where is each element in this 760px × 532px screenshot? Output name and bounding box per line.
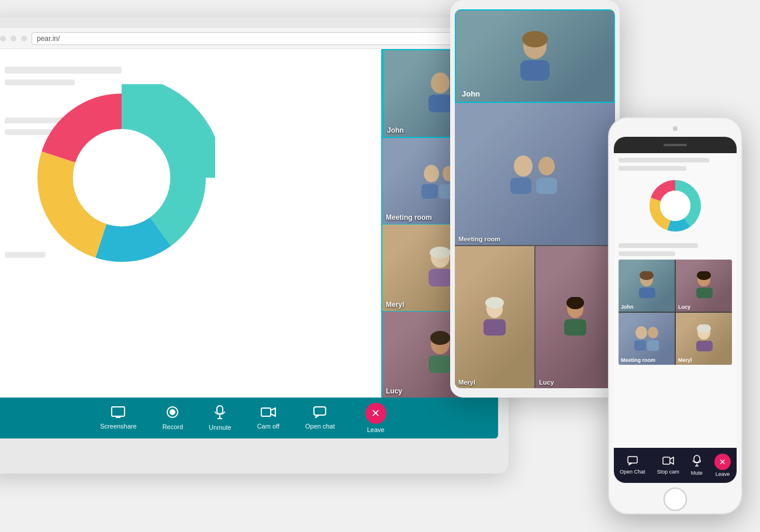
leave-icon: ✕	[365, 403, 386, 424]
phone-cell-lucy: Lucy	[676, 260, 732, 312]
svg-rect-59	[663, 457, 670, 464]
phone-openchat-button[interactable]: Open Chat	[620, 456, 645, 475]
svg-point-51	[635, 326, 647, 339]
laptop-screen: pear.in/ 🔒	[0, 28, 498, 438]
browser-dot-2	[11, 36, 16, 42]
placeholder-bar-1	[5, 67, 122, 74]
phone-donut	[646, 177, 704, 237]
phone-cell-john: John	[619, 260, 675, 312]
leave-button[interactable]: ✕ Leave	[348, 403, 404, 433]
thumb-label-meeting: Meeting room	[386, 213, 432, 222]
leave-label: Leave	[367, 426, 385, 433]
svg-rect-13	[429, 269, 452, 286]
browser-dot-3	[21, 36, 27, 42]
openchat-icon	[313, 406, 326, 420]
camoff-button[interactable]: Cam off	[244, 406, 292, 430]
svg-rect-60	[694, 455, 700, 462]
mic-svg	[215, 405, 225, 419]
phone-stopcam-button[interactable]: Stop cam	[657, 456, 679, 475]
camoff-label: Cam off	[257, 423, 279, 430]
phone-leave-button[interactable]: ✕ Leave	[714, 454, 731, 477]
openchat-label: Open chat	[305, 423, 335, 430]
tablet-face-john	[514, 30, 555, 82]
laptop-content: John Meeting room	[0, 49, 498, 398]
svg-point-52	[648, 327, 658, 338]
browser-dot-1	[0, 36, 6, 42]
svg-rect-9	[422, 184, 438, 199]
phone-mute-label: Mute	[691, 470, 703, 476]
phone-home-button[interactable]	[664, 488, 687, 511]
phone-stopcam-label: Stop cam	[657, 469, 679, 475]
tablet-cell-meeting: Meeting room	[455, 103, 615, 245]
svg-point-15	[430, 331, 450, 345]
phone-placeholder-2	[619, 166, 686, 171]
thumb-label-john: John	[387, 126, 404, 134]
screen-svg	[111, 406, 125, 418]
svg-rect-16	[429, 355, 452, 373]
phone-mute-button[interactable]: Mute	[691, 455, 703, 476]
phone-openchat-label: Open Chat	[620, 469, 645, 475]
camoff-icon	[261, 406, 276, 420]
svg-rect-39	[564, 319, 586, 336]
svg-point-35	[485, 297, 504, 309]
phone-status-bar	[614, 137, 737, 153]
phone-camera	[673, 126, 678, 131]
browser-bar: pear.in/ 🔒	[0, 28, 498, 49]
tablet-screen: John Meeting room Meryl	[455, 9, 615, 388]
tablet-label-meeting: Meeting room	[458, 236, 500, 243]
phone-leave-icon: ✕	[714, 454, 731, 470]
phone-label-john: John	[621, 304, 634, 310]
phone-cell-meeting: Meeting room	[619, 313, 675, 365]
phone-mic-svg	[693, 455, 701, 467]
url-text: pear.in/	[37, 34, 60, 43]
svg-rect-6	[429, 95, 452, 112]
screenshare-icon	[111, 406, 125, 420]
phone-cam-svg	[662, 456, 674, 465]
svg-rect-36	[483, 319, 506, 336]
browser-url-bar[interactable]: pear.in/ 🔒	[32, 32, 491, 45]
svg-rect-57	[696, 341, 713, 351]
phone-signal	[664, 144, 687, 146]
svg-point-28	[522, 31, 548, 47]
phone-label-lucy: Lucy	[678, 304, 690, 310]
svg-point-21	[170, 409, 175, 415]
phone-donut-svg	[646, 177, 704, 235]
svg-point-31	[538, 157, 555, 175]
record-button[interactable]: Record	[150, 406, 196, 430]
phone-face-meeting	[632, 324, 661, 354]
tablet-main-video: John	[455, 9, 615, 103]
phone-placeholder-3	[619, 243, 698, 248]
phone-main-content: John Lucy	[614, 153, 737, 448]
svg-point-38	[566, 297, 584, 309]
screenshare-label: Screenshare	[100, 423, 136, 430]
phone-placeholder-1	[619, 158, 709, 163]
tablet-device: John Meeting room Meryl	[450, 0, 620, 398]
openchat-button[interactable]: Open chat	[292, 406, 348, 430]
phone-device: John Lucy	[608, 117, 742, 514]
unmute-button[interactable]: Unmute	[196, 405, 244, 431]
phone-leave-label: Leave	[716, 471, 730, 477]
phone-openchat-icon	[627, 456, 638, 468]
phone-label-meryl: Meryl	[678, 357, 692, 363]
svg-point-44	[660, 191, 690, 221]
thumb-label-meryl: Meryl	[386, 300, 404, 309]
svg-point-5	[431, 72, 450, 94]
unmute-icon	[215, 405, 225, 422]
tablet-john-label: John	[462, 89, 480, 98]
record-label: Record	[163, 423, 183, 430]
tablet-face-meeting	[506, 151, 564, 198]
main-app-area	[0, 49, 381, 398]
tablet-label-meryl: Meryl	[458, 379, 475, 386]
svg-point-30	[514, 156, 533, 177]
laptop-toolbar: Screenshare Record	[0, 398, 498, 438]
thumb-label-lucy: Lucy	[386, 387, 402, 395]
tablet-face-lucy	[561, 297, 590, 338]
tablet-cell-lucy: Lucy	[536, 246, 615, 388]
unmute-label: Unmute	[209, 424, 232, 431]
screenshare-button[interactable]: Screenshare	[87, 406, 149, 430]
donut-chart	[28, 84, 215, 271]
phone-face-lucy	[694, 271, 714, 300]
svg-rect-25	[261, 408, 271, 416]
tablet-video-grid: Meeting room Meryl Lucy	[455, 103, 615, 388]
phone-label-meeting: Meeting room	[621, 357, 655, 363]
